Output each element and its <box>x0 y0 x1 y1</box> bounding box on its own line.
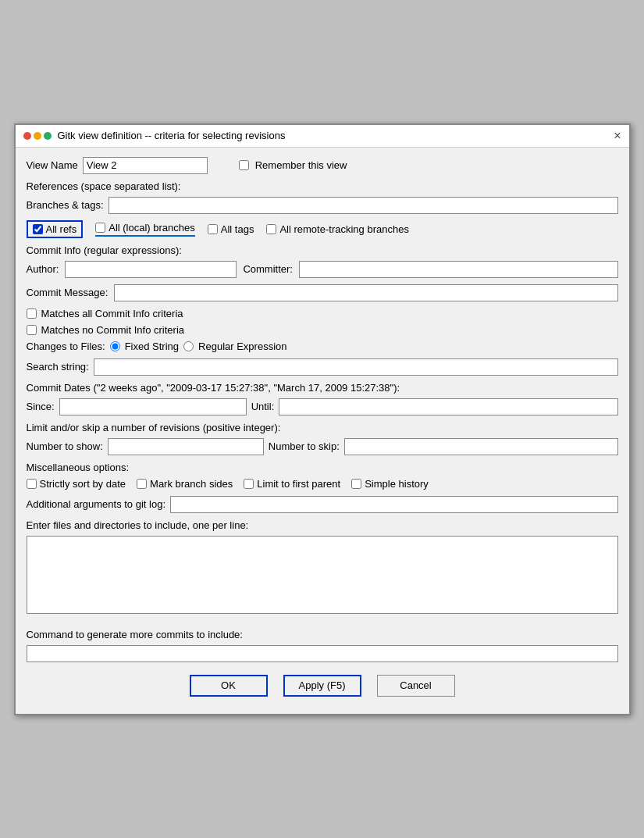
since-input[interactable] <box>59 398 247 415</box>
remember-checkbox[interactable] <box>239 160 249 170</box>
limit-skip-header: Limit and/or skip a number of revisions … <box>27 422 618 433</box>
changes-to-files-row: Changes to Files: Fixed String Regular E… <box>27 341 618 352</box>
all-tags-option: All tags <box>208 223 254 235</box>
add-args-row: Additional arguments to git log: <box>27 496 618 513</box>
branches-tags-row: Branches & tags: <box>27 197 618 214</box>
remember-label: Remember this view <box>255 159 347 171</box>
title-bar: Gitk view definition -- criteria for sel… <box>16 125 629 148</box>
strictly-sort-label: Strictly sort by date <box>40 478 126 490</box>
all-remote-label: All remote-tracking branches <box>279 223 408 235</box>
dialog-content: View Name Remember this view References … <box>16 148 629 714</box>
files-textarea[interactable] <box>27 536 618 614</box>
mark-branch-checkbox[interactable] <box>137 479 147 489</box>
close-button[interactable]: × <box>614 130 621 142</box>
committer-input[interactable] <box>299 261 618 278</box>
matches-all-label: Matches all Commit Info criteria <box>41 308 183 319</box>
regex-radio[interactable] <box>183 341 194 351</box>
committer-label: Committer: <box>243 263 293 275</box>
all-refs-box: All refs <box>27 220 84 238</box>
remember-row: Remember this view <box>239 159 347 171</box>
simple-history-option: Simple history <box>351 478 429 490</box>
traffic-lights <box>23 132 52 140</box>
limit-first-option: Limit to first parent <box>244 478 340 490</box>
author-label: Author: <box>27 263 59 275</box>
simple-history-checkbox[interactable] <box>351 479 361 489</box>
strictly-sort-option: Strictly sort by date <box>27 478 126 490</box>
dialog-title: Gitk view definition -- criteria for sel… <box>58 130 286 141</box>
all-refs-checkbox[interactable] <box>33 224 43 234</box>
commit-msg-input[interactable] <box>114 284 617 301</box>
regex-label: Regular Expression <box>198 341 286 352</box>
search-string-row: Search string: <box>27 358 618 376</box>
apply-button[interactable]: Apply (F5) <box>283 675 361 697</box>
command-section-header: Command to generate more commits to incl… <box>27 629 618 640</box>
button-row: OK Apply (F5) Cancel <box>27 670 618 704</box>
limit-first-label: Limit to first parent <box>257 478 340 490</box>
commit-info-header: Commit Info (regular expressions): <box>27 244 618 256</box>
add-args-input[interactable] <box>170 496 618 513</box>
matches-none-row: Matches no Commit Info criteria <box>27 324 618 336</box>
ok-button[interactable]: OK <box>190 675 268 697</box>
all-tags-checkbox[interactable] <box>208 224 218 234</box>
search-string-input[interactable] <box>94 358 618 376</box>
changes-to-files-label: Changes to Files: <box>27 341 105 352</box>
since-label: Since: <box>27 401 55 412</box>
all-local-branches-label: All (local) branches <box>109 222 195 234</box>
all-refs-label: All refs <box>46 223 77 235</box>
branches-tags-label: Branches & tags: <box>27 199 104 211</box>
references-section-header: References (space separated list): <box>27 180 618 192</box>
all-tags-label: All tags <box>221 223 254 235</box>
command-input[interactable] <box>27 645 618 662</box>
commit-msg-label: Commit Message: <box>27 287 109 298</box>
traffic-light-red <box>23 132 31 140</box>
matches-all-checkbox[interactable] <box>27 308 37 319</box>
commit-dates-header: Commit Dates ("2 weeks ago", "2009-03-17… <box>27 382 618 394</box>
view-name-input[interactable] <box>83 157 208 174</box>
title-bar-left: Gitk view definition -- criteria for sel… <box>23 130 286 141</box>
traffic-light-yellow <box>34 132 41 140</box>
author-committer-row: Author: Committer: <box>27 261 618 278</box>
num-show-input[interactable] <box>108 438 264 455</box>
all-local-branches-option: All (local) branches <box>95 222 195 237</box>
commit-msg-row: Commit Message: <box>27 284 618 301</box>
matches-all-row: Matches all Commit Info criteria <box>27 308 618 319</box>
view-name-row: View Name <box>27 157 208 174</box>
mark-branch-label: Mark branch sides <box>150 478 233 490</box>
strictly-sort-checkbox[interactable] <box>27 479 37 489</box>
all-local-branches-checkbox[interactable] <box>95 223 105 233</box>
fixed-string-label: Fixed String <box>125 341 179 352</box>
mark-branch-option: Mark branch sides <box>137 478 233 490</box>
author-input[interactable] <box>65 261 237 278</box>
until-label: Until: <box>251 401 275 412</box>
num-skip-label: Number to skip: <box>269 440 340 452</box>
cancel-button[interactable]: Cancel <box>377 675 455 697</box>
files-section-header: Enter files and directories to include, … <box>27 519 618 531</box>
matches-none-checkbox[interactable] <box>27 325 37 335</box>
dialog: Gitk view definition -- criteria for sel… <box>14 123 631 715</box>
misc-section-header: Miscellaneous options: <box>27 462 618 473</box>
num-show-skip-row: Number to show: Number to skip: <box>27 438 618 455</box>
num-show-label: Number to show: <box>27 440 103 452</box>
branches-tags-input[interactable] <box>109 197 618 214</box>
add-args-label: Additional arguments to git log: <box>27 498 166 510</box>
since-until-row: Since: Until: <box>27 398 618 415</box>
all-remote-option: All remote-tracking branches <box>266 223 408 235</box>
simple-history-label: Simple history <box>365 478 429 490</box>
misc-checkboxes-row: Strictly sort by date Mark branch sides … <box>27 478 618 490</box>
num-skip-input[interactable] <box>344 438 618 455</box>
top-row: View Name Remember this view <box>27 157 618 174</box>
matches-none-label: Matches no Commit Info criteria <box>41 324 185 336</box>
refs-row: All refs All (local) branches All tags A… <box>27 220 618 238</box>
until-input[interactable] <box>279 398 617 415</box>
limit-first-checkbox[interactable] <box>244 479 254 489</box>
all-remote-checkbox[interactable] <box>266 224 276 234</box>
view-name-label: View Name <box>27 159 78 171</box>
traffic-light-green <box>44 132 52 140</box>
fixed-string-radio[interactable] <box>110 341 120 351</box>
search-string-label: Search string: <box>27 361 89 373</box>
